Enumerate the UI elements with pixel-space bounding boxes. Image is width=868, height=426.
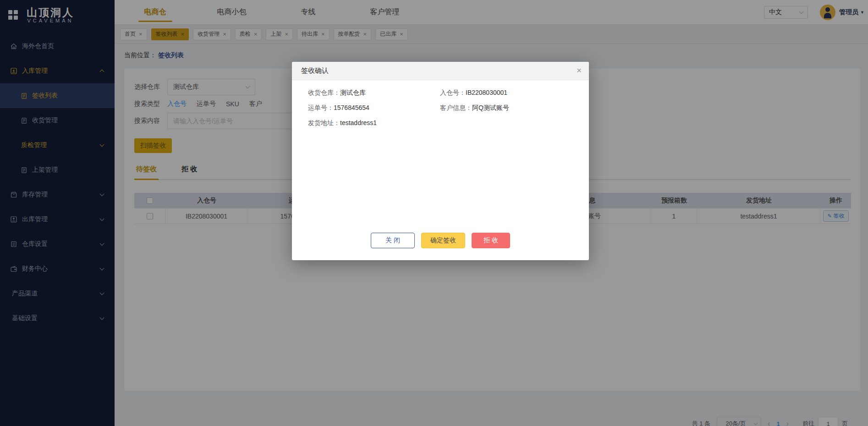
modal-reject-button[interactable]: 拒 收: [472, 233, 510, 248]
field-label: 发货地址：: [308, 119, 340, 126]
field-tracking-no: 运单号：1576845654: [308, 102, 440, 114]
close-icon[interactable]: ×: [577, 66, 582, 76]
modal-confirm-sign-button[interactable]: 确定签收: [421, 233, 465, 248]
field-receiving-warehouse: 收货仓库：测试仓库: [308, 87, 440, 98]
app-root: 山顶洞人 VCAVEMAN 海外仓首页 入库管理 签收列表 收货管理: [0, 0, 868, 426]
field-value: testaddress1: [340, 119, 377, 126]
field-customer-info: 客户信息：阿Q测试账号: [440, 102, 572, 114]
field-value: 阿Q测试账号: [472, 104, 509, 111]
field-value: 1576845654: [334, 104, 369, 111]
modal-body: 收货仓库：测试仓库 入仓号：IB2208030001 运单号：157684565…: [292, 80, 589, 132]
field-label: 客户信息：: [440, 104, 472, 111]
modal-field-grid: 收货仓库：测试仓库 入仓号：IB2208030001 运单号：157684565…: [308, 87, 574, 132]
modal-footer: 关 闭 确定签收 拒 收: [292, 233, 589, 248]
field-warehouse-no: 入仓号：IB2208030001: [440, 87, 572, 98]
modal-header: 签收确认 ×: [292, 62, 589, 80]
field-label: 入仓号：: [440, 89, 466, 96]
modal-title: 签收确认: [301, 66, 329, 75]
field-label: 收货仓库：: [308, 89, 340, 96]
field-ship-address: 发货地址：testaddress1: [308, 117, 440, 129]
field-value: IB2208030001: [466, 89, 507, 96]
field-value: 测试仓库: [340, 89, 366, 96]
field-label: 运单号：: [308, 104, 334, 111]
sign-confirm-modal: 签收确认 × 收货仓库：测试仓库 入仓号：IB2208030001 运单号：15…: [292, 62, 589, 260]
modal-close-button[interactable]: 关 闭: [371, 233, 415, 248]
